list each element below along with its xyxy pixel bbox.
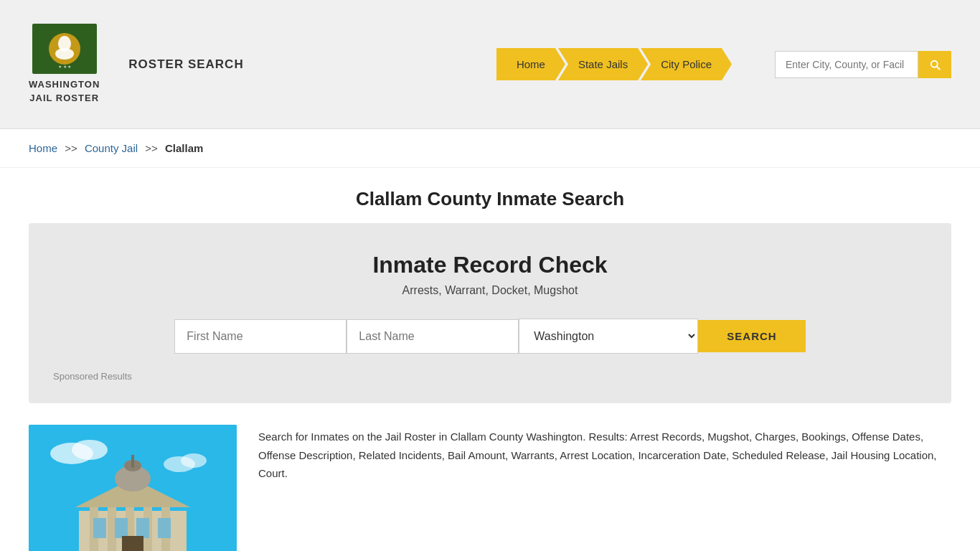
nav-home[interactable]: Home — [496, 48, 565, 80]
roster-search-label: ROSTER SEARCH — [128, 57, 243, 72]
page-title: Clallam County Inmate Search — [14, 188, 966, 210]
nav-city-police[interactable]: City Police — [641, 48, 732, 80]
svg-rect-25 — [136, 518, 149, 538]
site-header: ★ ★ ★ WASHINGTON JAIL ROSTER ROSTER SEAR… — [0, 0, 980, 129]
breadcrumb-sep-2: >> — [145, 142, 158, 154]
page-title-area: Clallam County Inmate Search — [0, 168, 980, 223]
svg-rect-27 — [122, 536, 143, 551]
first-name-input[interactable] — [174, 319, 347, 354]
state-select[interactable]: AlabamaAlaskaArizonaArkansasCaliforniaCo… — [519, 319, 698, 354]
breadcrumb-current: Clallam — [165, 142, 203, 154]
breadcrumb-home[interactable]: Home — [29, 142, 57, 154]
site-logo[interactable]: ★ ★ ★ WASHINGTON JAIL ROSTER — [29, 24, 100, 104]
header-search-button[interactable] — [918, 51, 951, 78]
search-submit-button[interactable]: SEARCH — [698, 320, 805, 352]
courthouse-image — [29, 425, 237, 551]
svg-text:★ ★ ★: ★ ★ ★ — [58, 65, 71, 69]
breadcrumb-county-jail[interactable]: County Jail — [85, 142, 138, 154]
svg-rect-24 — [115, 518, 128, 538]
record-check-title: Inmate Record Check — [50, 252, 930, 278]
bottom-section: Search for Inmates on the Jail Roster in… — [0, 425, 980, 551]
last-name-input[interactable] — [347, 319, 519, 354]
svg-point-3 — [55, 48, 74, 60]
sponsored-label: Sponsored Results — [50, 371, 930, 382]
svg-point-7 — [72, 440, 108, 460]
record-check-box: Inmate Record Check Arrests, Warrant, Do… — [29, 223, 951, 403]
svg-rect-26 — [158, 518, 171, 538]
svg-point-9 — [181, 453, 207, 468]
description-text: Search for Inmates on the Jail Roster in… — [258, 425, 951, 483]
nav-state-jails[interactable]: State Jails — [558, 48, 648, 80]
courthouse-svg — [29, 425, 237, 551]
breadcrumb-sep-1: >> — [65, 142, 77, 154]
header-search-area — [775, 51, 951, 78]
wa-flag-icon: ★ ★ ★ — [32, 24, 97, 74]
svg-rect-20 — [131, 455, 134, 468]
record-check-subtitle: Arrests, Warrant, Docket, Mugshot — [50, 284, 930, 297]
inmate-search-form: AlabamaAlaskaArizonaArkansasCaliforniaCo… — [50, 319, 930, 354]
main-nav: Home State Jails City Police — [496, 48, 732, 80]
svg-rect-23 — [93, 518, 106, 538]
breadcrumb: Home >> County Jail >> Clallam — [0, 129, 980, 168]
logo-text: WASHINGTON JAIL ROSTER — [29, 78, 100, 104]
header-search-input[interactable] — [775, 51, 918, 78]
search-icon — [928, 58, 941, 71]
